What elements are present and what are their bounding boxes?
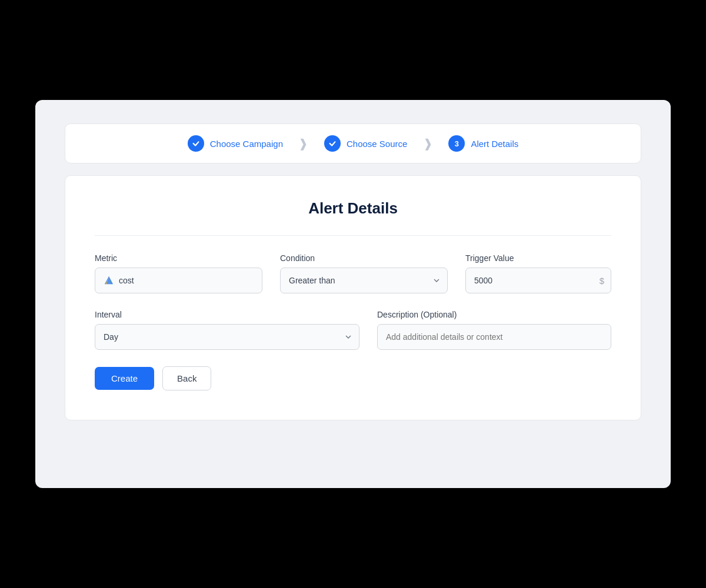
interval-label: Interval — [95, 310, 359, 319]
step-3-label: Alert Details — [471, 139, 518, 149]
button-row: Create Back — [95, 366, 611, 390]
step-choose-source: Choose Source — [312, 135, 419, 152]
trigger-group: Trigger Value $ — [465, 253, 611, 293]
step-arrow-1: ❱ — [295, 135, 312, 152]
condition-label: Condition — [280, 253, 448, 263]
condition-group: Condition Greater than Less than Equal t… — [280, 253, 448, 293]
description-label: Description (Optional) — [377, 310, 611, 319]
metric-value: cost — [119, 276, 134, 285]
metric-label: Metric — [95, 253, 262, 263]
step-2-label: Choose Source — [347, 139, 407, 149]
step-1-completed-icon — [188, 135, 204, 152]
step-arrow-2: ❱ — [419, 135, 437, 152]
row-interval-description: Interval Day Week Month Description (Opt… — [95, 310, 611, 350]
stepper: Choose Campaign ❱ Choose Source ❱ 3 Aler… — [65, 123, 641, 163]
back-button[interactable]: Back — [162, 366, 211, 390]
divider — [95, 235, 611, 236]
step-1-label: Choose Campaign — [210, 139, 283, 149]
google-ads-icon — [104, 275, 114, 286]
page-title: Alert Details — [95, 199, 611, 218]
step-2-completed-icon — [324, 135, 341, 152]
metric-display: cost — [95, 268, 262, 293]
metric-group: Metric cost — [95, 253, 262, 293]
trigger-input[interactable] — [465, 268, 611, 293]
main-card: Alert Details Metric cost — [65, 175, 641, 420]
step-alert-details: 3 Alert Details — [437, 135, 530, 152]
description-group: Description (Optional) — [377, 310, 611, 350]
condition-select[interactable]: Greater than Less than Equal to Not equa… — [280, 268, 448, 293]
interval-select[interactable]: Day Week Month — [95, 324, 359, 350]
step-choose-campaign: Choose Campaign — [176, 135, 295, 152]
trigger-label: Trigger Value — [465, 253, 611, 263]
create-button[interactable]: Create — [95, 367, 154, 390]
trigger-wrapper: $ — [465, 268, 611, 293]
interval-group: Interval Day Week Month — [95, 310, 359, 350]
outer-container: Choose Campaign ❱ Choose Source ❱ 3 Aler… — [35, 100, 671, 488]
step-3-active-icon: 3 — [448, 135, 465, 152]
description-input[interactable] — [377, 324, 611, 350]
row-metric-condition-trigger: Metric cost Condition — [95, 253, 611, 293]
svg-marker-0 — [105, 276, 113, 285]
